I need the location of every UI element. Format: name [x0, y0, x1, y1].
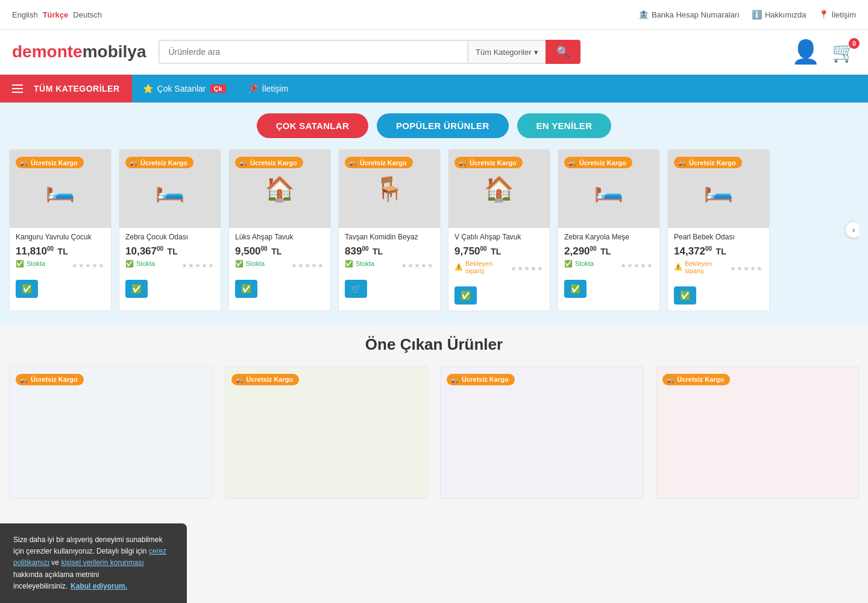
product-actions: ✅ — [558, 276, 659, 304]
tab-populer[interactable]: POPÜLER ÜRÜNLER — [377, 113, 509, 138]
product-card: 🚚 Ücretsiz Kargo 🛏️ Kanguru Yavrulu Çocu… — [9, 149, 112, 311]
status-icon: ✅ — [564, 260, 573, 268]
product-price: 9,50000 TL — [235, 245, 324, 257]
tab-en-yeniler[interactable]: EN YENİLER — [517, 113, 612, 138]
product-info: Tavşan Komidin Beyaz 83900 TL ✅ Stokta ★… — [339, 228, 440, 276]
price-integer: 2,290 — [564, 245, 590, 257]
products-grid: 🚚 Ücretsiz Kargo 🛏️ Kanguru Yavrulu Çocu… — [9, 149, 859, 311]
status-text: Stokta — [27, 260, 45, 267]
featured-title: Öne Çıkan Ürünler — [9, 335, 859, 354]
add-to-cart-button[interactable]: ✅ — [564, 280, 587, 298]
product-actions: ✅ — [10, 276, 111, 304]
product-name: V Çatılı Ahşap Tavuk — [454, 233, 544, 242]
product-card: 🚚 Ücretsiz Kargo 🏠 Lüks Ahşap Tavuk 9,50… — [228, 149, 331, 311]
product-info: Pearl Bebek Odası 14,37200 TL ⚠️ Bekleye… — [668, 228, 769, 283]
slider-next-arrow[interactable]: › — [845, 221, 859, 238]
product-card: 🚚 Ücretsiz Kargo 🛏️ Zebra Karyola Meşe 2… — [558, 149, 660, 311]
badge-label: Ücretsiz Kargo — [579, 159, 626, 166]
top-right-links: 🏦 Banka Hesap Numaraları ℹ️ Hakkımızda 📍… — [638, 10, 856, 19]
search-button[interactable]: 🔍 — [546, 40, 580, 64]
product-stars: ★★★★★ — [511, 265, 544, 273]
price-currency: TL — [373, 247, 383, 256]
product-status: ⚠️ Bekleyen sipariş — [454, 260, 511, 274]
product-stars: ★★★★★ — [291, 262, 324, 270]
add-to-cart-button[interactable]: ✅ — [16, 280, 38, 298]
products-section: 🚚 Ücretsiz Kargo 🛏️ Kanguru Yavrulu Çocu… — [0, 149, 868, 323]
status-icon: ✅ — [345, 260, 353, 268]
contact-link[interactable]: 📍 İletişim — [819, 10, 856, 19]
free-shipping-badge: 🚚 Ücretsiz Kargo — [125, 157, 193, 168]
price-decimal: 00 — [261, 245, 268, 251]
product-card: 🚚 Ücretsiz Kargo 🏠 V Çatılı Ahşap Tavuk … — [448, 149, 550, 311]
free-shipping-badge: 🚚 Ücretsiz Kargo — [447, 374, 515, 385]
bank-accounts-label: Banka Hesap Numaraları — [652, 10, 740, 19]
product-info: Kanguru Yavrulu Çocuk 11,81000 TL ✅ Stok… — [10, 228, 111, 276]
product-name: Kanguru Yavrulu Çocuk — [16, 233, 105, 242]
status-text: Bekleyen sipariş — [685, 260, 730, 274]
product-price: 11,81000 TL — [16, 245, 105, 257]
product-price: 14,37200 TL — [674, 245, 763, 257]
status-icon: ⚠️ — [454, 263, 463, 271]
star-icon: ⭐ — [143, 84, 153, 93]
truck-icon: 🚚 — [349, 159, 357, 166]
user-account-icon[interactable]: 👤 — [791, 39, 820, 65]
nav-iletisim-label: İletişim — [262, 84, 289, 93]
nav-item-coksatanlar[interactable]: ⭐ Çok Satanlar Çk — [132, 75, 237, 103]
product-status: ✅ Stokta — [16, 260, 45, 268]
tab-cok-satanlar[interactable]: ÇOK SATANLAR — [257, 113, 368, 138]
badge-label: Ücretsiz Kargo — [360, 159, 407, 166]
nav-item-iletisim[interactable]: 📌 İletişim — [237, 75, 300, 103]
logo-dark-part: mobilya — [83, 42, 146, 61]
product-card: 🚚 Ücretsiz Kargo 🪑 Tavşan Komidin Beyaz … — [338, 149, 441, 311]
price-currency: TL — [491, 247, 501, 256]
category-select[interactable]: Tüm Kategoriler ▾ — [467, 40, 545, 64]
product-stars: ★★★★★ — [401, 262, 434, 270]
badge-label: Ücretsiz Kargo — [250, 159, 297, 166]
product-status-row: ⚠️ Bekleyen sipariş ★★★★★ — [674, 260, 763, 278]
add-to-cart-button[interactable]: ✅ — [454, 286, 477, 305]
product-stars: ★★★★★ — [730, 265, 763, 273]
lang-deutsch[interactable]: Deutsch — [73, 10, 102, 19]
free-shipping-badge: 🚚 Ücretsiz Kargo — [454, 157, 523, 168]
product-stars: ★★★★★ — [620, 262, 653, 270]
add-to-cart-button[interactable]: ✅ — [125, 280, 148, 298]
price-currency: TL — [716, 247, 726, 256]
nav-coksatanlar-label: Çok Satanlar — [157, 84, 206, 93]
about-link[interactable]: ℹ️ Hakkımızda — [752, 10, 807, 19]
price-decimal: 00 — [157, 245, 163, 251]
add-to-cart-button[interactable]: ✅ — [235, 280, 257, 298]
search-input[interactable] — [159, 40, 468, 64]
chevron-down-icon: ▾ — [534, 48, 538, 57]
price-integer: 9,750 — [454, 245, 480, 257]
product-actions: ✅ — [448, 283, 550, 311]
all-categories-button[interactable]: TÜM KATEGORİLER — [0, 75, 132, 103]
add-to-cart-button[interactable]: ✅ — [674, 286, 696, 305]
bank-accounts-link[interactable]: 🏦 Banka Hesap Numaraları — [638, 10, 740, 19]
free-shipping-badge: 🚚 Ücretsiz Kargo — [662, 374, 731, 385]
price-decimal: 00 — [362, 245, 368, 251]
featured-card: 🚚 Ücretsiz Kargo — [225, 366, 429, 499]
product-actions: ✅ — [229, 276, 330, 304]
status-icon: ⚠️ — [674, 263, 682, 271]
status-icon: ✅ — [16, 260, 24, 268]
product-info: Lüks Ahşap Tavuk 9,50000 TL ✅ Stokta ★★★… — [229, 228, 330, 276]
cart-icon-wrap[interactable]: 🛒 0 — [832, 40, 856, 63]
top-bar: English Türkçe Deutsch 🏦 Banka Hesap Num… — [0, 0, 868, 30]
about-label: Hakkımızda — [765, 10, 807, 19]
logo[interactable]: demontemobilya — [12, 42, 146, 62]
free-shipping-badge: 🚚 Ücretsiz Kargo — [16, 157, 84, 168]
lang-english[interactable]: English — [12, 10, 38, 19]
product-status-row: ✅ Stokta ★★★★★ — [235, 260, 324, 271]
add-to-cart-button[interactable]: 🛒 — [345, 280, 367, 298]
info-icon: ℹ️ — [752, 10, 762, 19]
status-text: Bekleyen sipariş — [465, 260, 511, 274]
truck-icon: 🚚 — [239, 159, 248, 166]
product-price: 83900 TL — [345, 245, 434, 257]
status-text: Stokta — [246, 260, 265, 267]
truck-icon: 🚚 — [667, 376, 675, 384]
product-name: Tavşan Komidin Beyaz — [345, 233, 434, 242]
product-card: 🚚 Ücretsiz Kargo 🛏️ Zebra Çocuk Odası 10… — [119, 149, 221, 311]
status-text: Stokta — [136, 260, 155, 267]
lang-turkish[interactable]: Türkçe — [43, 10, 69, 19]
status-icon: ✅ — [235, 260, 244, 268]
